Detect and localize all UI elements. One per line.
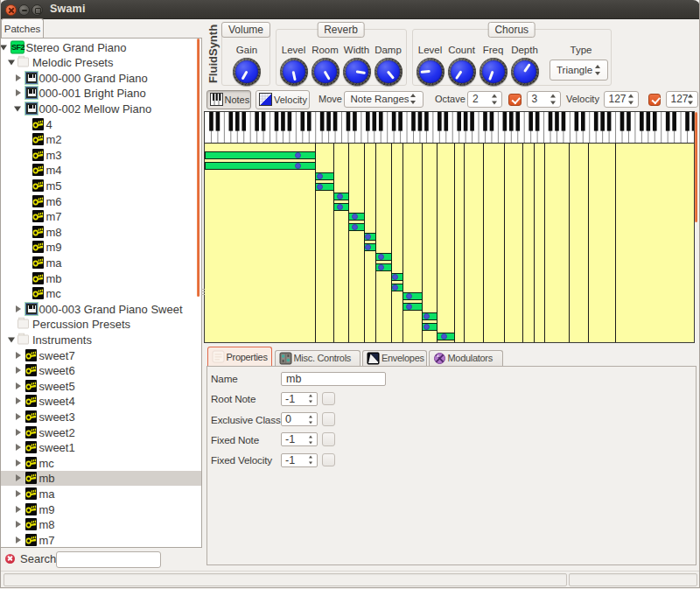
- octave-spinbox[interactable]: 2: [467, 91, 502, 108]
- paned-divider-grip[interactable]: [201, 289, 205, 297]
- exclusive-class-picker-button[interactable]: [322, 412, 336, 426]
- expander-closed-icon[interactable]: [16, 429, 21, 436]
- expander-open-icon[interactable]: [8, 60, 15, 66]
- tree-scrollbar[interactable]: [197, 39, 200, 297]
- tree-item-stereo-grand-piano[interactable]: SF2Stereo Grand Piano: [1, 39, 201, 55]
- move-mode-combo[interactable]: Note Ranges: [344, 91, 424, 109]
- fixed-velocity-spinbox[interactable]: -1: [281, 453, 318, 467]
- root-note-dot[interactable]: [406, 304, 412, 310]
- chorus-type-combo[interactable]: Triangle: [550, 60, 608, 81]
- root-note-dot[interactable]: [378, 254, 384, 260]
- close-button[interactable]: [5, 4, 17, 16]
- exclusive-class-spinbox[interactable]: 0: [281, 412, 318, 426]
- velocity-spinbox[interactable]: 127: [604, 91, 639, 108]
- tree-item-instruments[interactable]: Instruments: [1, 332, 201, 347]
- tree-item-mc[interactable]: mc: [1, 285, 201, 301]
- tab-properties[interactable]: Properties: [207, 347, 272, 366]
- clear-search-icon[interactable]: [5, 554, 15, 564]
- chorus-freq-knob[interactable]: [480, 58, 508, 86]
- piano-keyboard[interactable]: [205, 112, 694, 144]
- reverb-level-knob[interactable]: [280, 58, 308, 86]
- velocity-toggle-button[interactable]: Velocity: [256, 90, 310, 109]
- expander-closed-icon[interactable]: [16, 490, 21, 497]
- expander-closed-icon[interactable]: [16, 74, 21, 81]
- root-note-dot[interactable]: [317, 173, 323, 179]
- octave-span-checkbox[interactable]: [508, 94, 522, 107]
- canvas-scrollbar[interactable]: [695, 112, 697, 222]
- reverb-width-knob[interactable]: [343, 58, 371, 86]
- tree-item-mb[interactable]: mb: [1, 471, 201, 487]
- tree-item-m4[interactable]: m4: [1, 163, 201, 179]
- root-note-dot[interactable]: [392, 274, 398, 280]
- root-note-dot[interactable]: [424, 313, 430, 319]
- tree-item-m7[interactable]: m7: [1, 532, 201, 547]
- reverb-damp-knob[interactable]: [374, 58, 402, 86]
- expander-closed-icon[interactable]: [16, 506, 21, 513]
- reverb-room-knob[interactable]: [312, 58, 340, 86]
- expander-closed-icon[interactable]: [16, 459, 21, 466]
- tree-item-000-000-grand-piano[interactable]: 000-000 Grand Piano: [1, 70, 201, 86]
- expander-closed-icon[interactable]: [16, 397, 21, 404]
- expander-closed-icon[interactable]: [16, 89, 21, 96]
- root-note-dot[interactable]: [365, 244, 371, 250]
- tree-item-000-001-bright-piano[interactable]: 000-001 Bright Piano: [1, 86, 201, 102]
- tree-item-m7[interactable]: m7: [1, 208, 201, 224]
- tree-item-sweet3[interactable]: sweet3: [1, 409, 201, 424]
- chorus-level-knob[interactable]: [416, 58, 444, 86]
- expander-closed-icon[interactable]: [16, 382, 21, 389]
- tree-item-mb[interactable]: mb: [1, 270, 201, 286]
- root-note-dot[interactable]: [352, 214, 358, 220]
- root-note-dot[interactable]: [406, 293, 412, 299]
- root-note-dot[interactable]: [337, 193, 343, 200]
- tree-item-m9[interactable]: m9: [1, 240, 201, 256]
- velocity-span-spinbox[interactable]: 127: [666, 91, 698, 108]
- tree-item-m8[interactable]: m8: [1, 224, 201, 240]
- fixed-velocity-picker-button[interactable]: [322, 453, 336, 467]
- name-input[interactable]: [281, 372, 386, 387]
- expander-closed-icon[interactable]: [16, 352, 21, 359]
- octave-span-spinbox[interactable]: 3: [527, 91, 562, 108]
- expander-open-icon[interactable]: [8, 338, 15, 343]
- expander-closed-icon[interactable]: [16, 367, 21, 374]
- root-note-dot[interactable]: [441, 333, 447, 340]
- tree-item-m8[interactable]: m8: [1, 516, 201, 532]
- tree-item-ma[interactable]: ma: [1, 486, 201, 501]
- root-note-spinbox[interactable]: -1: [281, 392, 318, 406]
- tree-item-m6[interactable]: m6: [1, 193, 201, 209]
- root-note-dot[interactable]: [295, 152, 301, 158]
- root-note-dot[interactable]: [352, 224, 358, 230]
- tree-item-sweet2[interactable]: sweet2: [1, 424, 201, 440]
- tree-item-000-003-grand-piano-sweet[interactable]: 000-003 Grand Piano Sweet: [1, 301, 201, 317]
- expander-open-icon[interactable]: [1, 45, 7, 50]
- tree-item-sweet4[interactable]: sweet4: [1, 394, 201, 410]
- tree-item-sweet5[interactable]: sweet5: [1, 378, 201, 394]
- tab-patches[interactable]: Patches: [1, 18, 44, 38]
- root-note-picker-button[interactable]: [322, 392, 336, 406]
- expander-closed-icon[interactable]: [16, 521, 21, 528]
- root-note-dot[interactable]: [392, 284, 398, 291]
- velocity-span-checkbox[interactable]: [648, 94, 662, 107]
- minimize-button[interactable]: [18, 4, 30, 16]
- root-note-dot[interactable]: [378, 264, 384, 270]
- root-note-dot[interactable]: [295, 163, 301, 169]
- tree-item-sweet7[interactable]: sweet7: [1, 347, 201, 363]
- root-note-dot[interactable]: [317, 184, 323, 190]
- note-range-canvas[interactable]: [204, 111, 695, 343]
- tree-item-m2[interactable]: m2: [1, 131, 201, 147]
- chorus-depth-knob[interactable]: [511, 58, 539, 86]
- expander-closed-icon[interactable]: [16, 474, 21, 481]
- expander-closed-icon[interactable]: [16, 305, 21, 312]
- expander-closed-icon[interactable]: [16, 536, 21, 543]
- fixed-note-picker-button[interactable]: [322, 432, 336, 446]
- tab-envelopes[interactable]: Envelopes: [362, 350, 427, 367]
- volume-gain-knob[interactable]: [233, 58, 261, 86]
- note-zones-area[interactable]: [205, 144, 694, 342]
- tree-item-m3[interactable]: m3: [1, 147, 201, 163]
- patch-tree[interactable]: SF2Stereo Grand PianoMelodic Presets000-…: [1, 39, 201, 547]
- fixed-note-spinbox[interactable]: -1: [281, 432, 318, 446]
- tree-item-melodic-presets[interactable]: Melodic Presets: [1, 54, 201, 70]
- tree-item-ma[interactable]: ma: [1, 255, 201, 270]
- notes-toggle-button[interactable]: Notes: [206, 90, 251, 109]
- tree-item-m5[interactable]: m5: [1, 178, 201, 193]
- tree-item-000-002-mellow-piano[interactable]: 000-002 Mellow Piano: [1, 101, 201, 116]
